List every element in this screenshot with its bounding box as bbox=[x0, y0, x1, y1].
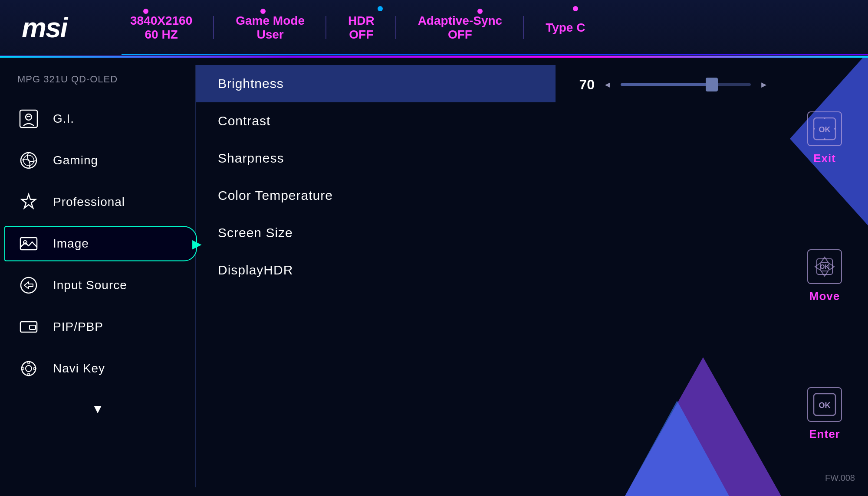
firmware-label: FW.008 bbox=[825, 473, 855, 483]
sidebar-item-image[interactable]: Image bbox=[0, 223, 195, 264]
adaptive-sync-label: Adaptive-Sync bbox=[418, 13, 503, 28]
enter-control-group: OK Enter bbox=[807, 387, 842, 441]
navi-key-label: Navi Key bbox=[53, 362, 105, 375]
svg-marker-20 bbox=[829, 263, 834, 270]
gi-label: G.I. bbox=[53, 112, 74, 126]
svg-rect-7 bbox=[20, 322, 37, 332]
professional-label: Professional bbox=[53, 195, 125, 209]
image-label: Image bbox=[53, 237, 89, 251]
header-type: Type C bbox=[524, 20, 607, 35]
menu-item-screen-size[interactable]: Screen Size bbox=[196, 214, 556, 251]
svg-rect-8 bbox=[30, 325, 36, 330]
right-panel: 70 ◄ ► bbox=[556, 56, 781, 496]
header-hdr: HDR OFF bbox=[326, 13, 396, 42]
svg-marker-18 bbox=[821, 271, 828, 276]
slider-right-arrow[interactable]: ► bbox=[760, 80, 768, 90]
svg-marker-17 bbox=[821, 257, 828, 262]
header-resolution: 3840X2160 60 HZ bbox=[108, 13, 214, 42]
svg-point-10 bbox=[26, 365, 32, 372]
header: msi 3840X2160 60 HZ Game Mode User HDR O… bbox=[0, 0, 868, 56]
input-source-icon bbox=[17, 274, 40, 297]
enter-button[interactable]: OK bbox=[807, 387, 842, 422]
brightness-label: Brightness bbox=[218, 76, 284, 91]
sidebar: MPG 321U QD-OLED G.I. bbox=[0, 56, 195, 496]
sharpness-label: Sharpness bbox=[218, 151, 284, 165]
monitor-name: MPG 321U QD-OLED bbox=[0, 69, 195, 98]
navi-key-icon bbox=[17, 357, 40, 380]
svg-text:OK: OK bbox=[819, 125, 831, 134]
sidebar-item-professional[interactable]: Professional bbox=[0, 181, 195, 223]
screen-size-label: Screen Size bbox=[218, 225, 293, 240]
center-panel: Brightness Contrast Sharpness Color Temp… bbox=[196, 56, 556, 496]
slider-left-arrow[interactable]: ◄ bbox=[603, 80, 612, 90]
header-info: 3840X2160 60 HZ Game Mode User HDR OFF A… bbox=[108, 13, 868, 42]
svg-point-1 bbox=[26, 114, 32, 120]
gaming-icon bbox=[17, 149, 40, 172]
enter-label: Enter bbox=[809, 427, 840, 441]
sidebar-item-pip-pbp[interactable]: PIP/PBP bbox=[0, 306, 195, 348]
header-dot-5 bbox=[573, 6, 578, 11]
svg-text:OK: OK bbox=[819, 401, 831, 410]
adaptive-sync-value: OFF bbox=[418, 28, 503, 42]
menu-item-color-temperature[interactable]: Color Temperature bbox=[196, 177, 556, 214]
gaming-label: Gaming bbox=[53, 153, 98, 167]
sidebar-item-navi-key[interactable]: Navi Key bbox=[0, 348, 195, 389]
slider-track[interactable] bbox=[621, 83, 751, 86]
msi-logo: msi bbox=[22, 12, 108, 44]
sidebar-item-input-source[interactable]: Input Source bbox=[0, 264, 195, 306]
brightness-slider-section: 70 ◄ ► bbox=[556, 65, 781, 104]
color-temperature-label: Color Temperature bbox=[218, 188, 333, 202]
refresh-value: 60 HZ bbox=[130, 28, 192, 42]
main-content: MPG 321U QD-OLED G.I. bbox=[0, 56, 868, 496]
move-label: Move bbox=[809, 290, 840, 303]
svg-rect-0 bbox=[20, 110, 37, 127]
menu-item-brightness[interactable]: Brightness bbox=[196, 65, 556, 102]
header-game-mode: Game Mode User bbox=[214, 13, 326, 42]
slider-fill bbox=[621, 83, 712, 86]
slider-thumb[interactable] bbox=[706, 78, 718, 91]
input-source-label: Input Source bbox=[53, 278, 127, 292]
pip-pbp-icon bbox=[17, 316, 40, 338]
svg-text:OK: OK bbox=[820, 263, 829, 270]
logo-text: msi bbox=[22, 12, 67, 43]
hdr-value: OFF bbox=[348, 28, 375, 42]
svg-marker-19 bbox=[815, 263, 820, 270]
scroll-down-arrow[interactable] bbox=[0, 394, 195, 425]
resolution-label: 3840X2160 bbox=[130, 13, 192, 28]
move-button[interactable]: OK bbox=[807, 249, 842, 284]
sidebar-item-gaming[interactable]: Gaming bbox=[0, 140, 195, 181]
menu-item-contrast[interactable]: Contrast bbox=[196, 102, 556, 140]
enter-icon: OK bbox=[812, 392, 838, 418]
game-mode-label: Game Mode bbox=[236, 13, 305, 28]
hdr-label: HDR bbox=[348, 13, 375, 28]
svg-point-6 bbox=[21, 277, 36, 293]
controls-panel: OK Exit OK Move bbox=[781, 56, 868, 496]
header-adaptive-sync: Adaptive-Sync OFF bbox=[396, 13, 524, 42]
move-icon: OK bbox=[812, 254, 838, 280]
sidebar-item-gi[interactable]: G.I. bbox=[0, 98, 195, 140]
exit-control-group: OK Exit bbox=[807, 111, 842, 165]
menu-item-display-hdr[interactable]: DisplayHDR bbox=[196, 251, 556, 289]
display-hdr-label: DisplayHDR bbox=[218, 263, 293, 277]
gi-icon bbox=[17, 108, 40, 130]
exit-icon: OK bbox=[812, 116, 838, 142]
image-icon bbox=[17, 232, 40, 255]
menu-item-sharpness[interactable]: Sharpness bbox=[196, 140, 556, 177]
game-mode-value: User bbox=[236, 28, 305, 42]
exit-label: Exit bbox=[813, 152, 836, 165]
exit-button[interactable]: OK bbox=[807, 111, 842, 146]
header-dot-3 bbox=[378, 6, 383, 11]
brightness-value: 70 bbox=[569, 77, 595, 93]
move-control-group: OK Move bbox=[807, 249, 842, 303]
contrast-label: Contrast bbox=[218, 114, 270, 128]
pip-pbp-label: PIP/PBP bbox=[53, 320, 103, 334]
type-label: Type C bbox=[546, 20, 585, 35]
professional-icon bbox=[17, 191, 40, 213]
top-gradient-line bbox=[122, 54, 868, 55]
